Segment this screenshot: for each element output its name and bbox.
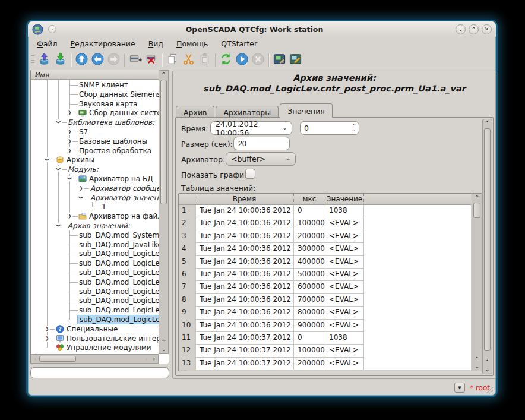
expand-chevron-icon[interactable]: ❯ (67, 128, 72, 135)
table-row[interactable]: 10Tue Jan 24 10:00:36 2012900000<EVAL> (179, 320, 471, 332)
cell-usec[interactable]: 300000 (294, 243, 325, 255)
table-header-usec[interactable]: мкс (294, 194, 325, 204)
row-number[interactable]: 7 (179, 281, 194, 293)
tree-item[interactable]: sub_DAQ.mod_System.cntr (31, 230, 159, 240)
cell-value[interactable]: <EVAL> (325, 217, 364, 230)
tree-filter-input[interactable] (30, 367, 169, 378)
expand-chevron-icon[interactable]: ❯ (67, 213, 72, 219)
add-item-button[interactable] (127, 52, 143, 68)
cell-usec[interactable]: 400000 (294, 256, 325, 269)
tree-horizontal-scrollbar[interactable]: ‹ ‹ › (31, 354, 159, 364)
menu-item-4[interactable]: Помощь (170, 38, 214, 49)
row-number[interactable]: 12 (179, 345, 194, 357)
row-number[interactable]: 3 (179, 230, 194, 243)
tree-item-selected[interactable]: sub_DAQ.mod_LogicLev.cntr (31, 315, 159, 324)
menu-item-3[interactable]: Вид (142, 38, 170, 49)
cell-usec[interactable]: 700000 (294, 294, 325, 307)
copy-button[interactable] (165, 52, 181, 68)
expand-chevron-icon[interactable]: ❯ (45, 335, 50, 342)
row-number[interactable]: 13 (179, 358, 194, 370)
collapse-chevron-icon[interactable]: ❯ (44, 157, 50, 162)
cell-usec[interactable]: 100000 (294, 217, 325, 230)
menu-item-1[interactable]: Файл (30, 38, 64, 49)
cell-value[interactable]: <EVAL> (325, 256, 364, 269)
tree-item[interactable]: sub_DAQ.mod_LogicLev.cntr (31, 296, 159, 305)
table-row[interactable]: 4Tue Jan 24 10:00:36 2012300000<EVAL> (179, 243, 471, 255)
save-to-db-button[interactable] (52, 52, 68, 68)
tab-значения[interactable]: Значения (280, 103, 333, 118)
tab-архив[interactable]: Архив (176, 106, 214, 118)
row-number[interactable]: 1 (179, 205, 194, 217)
tree-item[interactable]: Звуковая карта (31, 99, 159, 109)
collapse-chevron-icon[interactable]: ❯ (55, 223, 62, 228)
collapse-chevron-icon[interactable]: ❯ (55, 119, 62, 125)
tree-item[interactable]: sub_DAQ.mod_LogicLev.cntr (31, 305, 159, 315)
table-header-time[interactable]: Время (195, 194, 294, 204)
cell-time[interactable]: Tue Jan 24 10:00:36 2012 (195, 320, 294, 332)
spinner-arrows-icon[interactable]: ⌃⌄ (352, 124, 355, 132)
cell-usec[interactable]: 0 (294, 332, 325, 345)
titlebar[interactable]: OpenSCADA QTCfg: Work station ⌄⌃✕ (28, 21, 496, 37)
tree-item[interactable]: ❯Библиотека шаблонов: (31, 118, 159, 127)
panel-vertical-scrollbar[interactable]: ⌃ ⌃ ⌄ (482, 119, 492, 374)
archiver-combobox[interactable]: <buffer> ⌄ (226, 152, 296, 166)
menu-item-2[interactable]: Редактирование (64, 38, 142, 49)
shade-button[interactable]: ⌄ (456, 24, 466, 34)
scrollbar-thumb[interactable] (39, 356, 76, 362)
cell-value[interactable]: <EVAL> (325, 269, 364, 281)
expand-chevron-icon[interactable]: ❯ (67, 109, 72, 116)
scrollbar-thumb[interactable] (473, 203, 480, 218)
collapse-chevron-icon[interactable]: ❯ (67, 176, 73, 181)
scroll-left-arrow-icon[interactable]: ‹ (31, 355, 39, 363)
cell-value[interactable]: 1038 (325, 205, 364, 217)
scroll-up-arrow-icon[interactable]: ⌃ (483, 358, 492, 366)
tree-item[interactable]: ❯Модуль: (31, 165, 159, 174)
cell-time[interactable]: Tue Jan 24 10:00:36 2012 (195, 243, 294, 255)
collapse-chevron-icon[interactable]: ❯ (78, 195, 84, 200)
expand-chevron-icon[interactable]: ❯ (67, 138, 72, 144)
tree-item[interactable]: SNMP клиент (31, 80, 159, 90)
tree-item[interactable]: ❯Базовые шаблоны (31, 137, 159, 146)
cell-value[interactable]: <EVAL> (325, 320, 364, 332)
table-row[interactable]: 3Tue Jan 24 10:00:36 2012200000<EVAL> (179, 230, 471, 243)
cell-usec[interactable]: 900000 (294, 320, 325, 332)
cut-button[interactable] (181, 52, 197, 68)
row-number[interactable]: 4 (179, 243, 194, 255)
size-input[interactable] (233, 137, 290, 150)
table-row[interactable]: 5Tue Jan 24 10:00:36 2012400000<EVAL> (179, 256, 471, 269)
table-row[interactable]: 7Tue Jan 24 10:00:36 2012600000<EVAL> (179, 281, 471, 293)
scroll-up-arrow-icon[interactable]: ⌃ (483, 119, 492, 127)
scroll-down-arrow-icon[interactable]: ⌄ (483, 366, 492, 374)
expand-chevron-icon[interactable]: ❯ (45, 326, 50, 332)
table-row[interactable]: 6Tue Jan 24 10:00:36 2012500000<EVAL> (179, 269, 471, 281)
cell-usec[interactable]: 500000 (294, 269, 325, 281)
cell-time[interactable]: Tue Jan 24 10:00:37 2012 (195, 332, 294, 345)
table-row[interactable]: 13Tue Jan 24 10:00:37 2012200000<EVAL> (179, 358, 471, 370)
expand-chevron-icon[interactable]: ❯ (67, 147, 72, 154)
table-header-value[interactable]: Значение (325, 194, 364, 204)
cell-value[interactable]: <EVAL> (325, 281, 364, 293)
row-number[interactable]: 10 (179, 320, 194, 332)
tree-item[interactable]: ❯Архив значений: (31, 221, 159, 230)
row-number[interactable]: 9 (179, 307, 194, 319)
tree-item[interactable]: sub_DAQ.mod_LogicLev.cntr (31, 258, 159, 268)
scroll-down-arrow-icon[interactable]: ⌄ (159, 346, 168, 353)
table-row[interactable]: 12Tue Jan 24 10:00:37 2012100000<EVAL> (179, 345, 471, 357)
expand-chevron-icon[interactable]: ❯ (78, 185, 84, 191)
tree-item[interactable]: Управление модулями (31, 343, 159, 352)
tree-item[interactable]: ❯Архиватор значений (31, 193, 159, 203)
tree-item[interactable]: ❯?Специальные (31, 324, 159, 334)
scroll-up-arrow-icon[interactable]: ⌃ (472, 355, 482, 363)
tree-vertical-scrollbar[interactable]: ⌃ ⌃ ⌄ (159, 70, 169, 354)
tree-item[interactable]: sub_DAQ.mod_LogicLev.cntr (31, 277, 159, 287)
load-from-db-button[interactable] (36, 52, 52, 68)
close-button[interactable]: ✕ (482, 24, 492, 34)
tree-column-header[interactable]: Имя (31, 70, 159, 80)
delete-item-button[interactable] (143, 52, 159, 68)
time-combobox[interactable]: 24.01.2012 10:00:56 ⌄ (210, 121, 292, 135)
tree-item[interactable]: sub_DAQ.mod_LogicLev.cntr (31, 287, 159, 296)
tree-item[interactable]: ❯Архивы (31, 155, 159, 165)
cell-time[interactable]: Tue Jan 24 10:00:37 2012 (195, 345, 294, 357)
scroll-left-arrow-icon[interactable]: ‹ (143, 355, 150, 363)
cell-value[interactable]: <EVAL> (325, 358, 364, 370)
